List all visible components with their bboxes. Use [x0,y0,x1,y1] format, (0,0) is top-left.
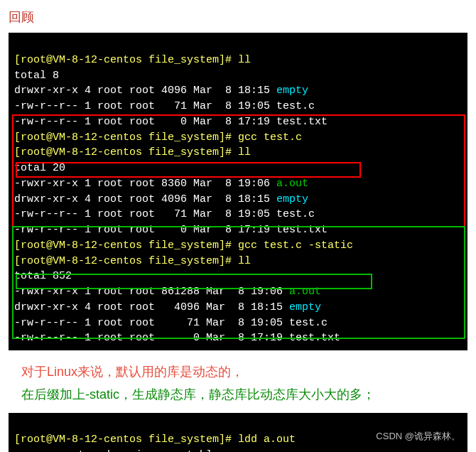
ls-line: -rwxr-xr-x 1 root root 861288 Mar 8 19:0… [14,286,321,298]
prompt-line: [root@VM-8-12-centos file_system]# ll [14,146,251,158]
prompt-line: [root@VM-8-12-centos file_system]# gcc t… [14,240,353,252]
ls-line: -rw-r--r-- 1 root root 71 Mar 8 19:05 te… [14,208,315,220]
ls-line: drwxr-xr-x 4 root root 4096 Mar 8 18:15 … [14,193,308,205]
prompt-line: [root@VM-8-12-centos file_system]# ll [14,54,251,66]
ls-line: drwxr-xr-x 4 root root 4096 Mar 8 18:15 … [14,301,321,313]
file-aout: a.out [276,178,308,190]
page-title: 回顾 [9,9,467,26]
note-dynamic-lib: 对于Linux来说，默认用的库是动态的， [21,363,467,380]
dir-empty: empty [276,85,308,97]
terminal-output: [root@VM-8-12-centos file_system]# ll to… [9,33,467,350]
prompt-line: [root@VM-8-12-centos file_system]# ll [14,255,251,267]
ls-line: -rw-r--r-- 1 root root 0 Mar 8 17:19 tes… [14,224,328,236]
ldd-output: not a dynamic executable [14,449,219,452]
dir-empty: empty [289,301,321,313]
dir-empty: empty [276,193,308,205]
ls-line: -rw-r--r-- 1 root root 0 Mar 8 17:19 tes… [14,116,328,128]
file-aout: a.out [289,286,321,298]
prompt-line: [root@VM-8-12-centos file_system]# gcc t… [14,131,302,144]
ls-total: total 8 [14,70,59,82]
watermark: CSDN @诡异森林。 [376,430,460,443]
ls-total: total 20 [14,162,65,174]
ls-total: total 852 [14,270,72,282]
ls-line: -rw-r--r-- 1 root root 71 Mar 8 19:05 te… [14,100,315,112]
ls-line: -rw-r--r-- 1 root root 0 Mar 8 17:19 tes… [14,332,340,344]
note-static-lib: 在后缀加上-static，生成静态库，静态库比动态库大小大的多； [21,386,467,403]
ls-line: -rwxr-xr-x 1 root root 8360 Mar 8 19:06 … [14,178,308,190]
ls-line: drwxr-xr-x 4 root root 4096 Mar 8 18:15 … [14,85,308,97]
prompt-line: [root@VM-8-12-centos file_system]# ldd a… [14,434,296,446]
ls-line: -rw-r--r-- 1 root root 71 Mar 8 19:05 te… [14,317,328,329]
